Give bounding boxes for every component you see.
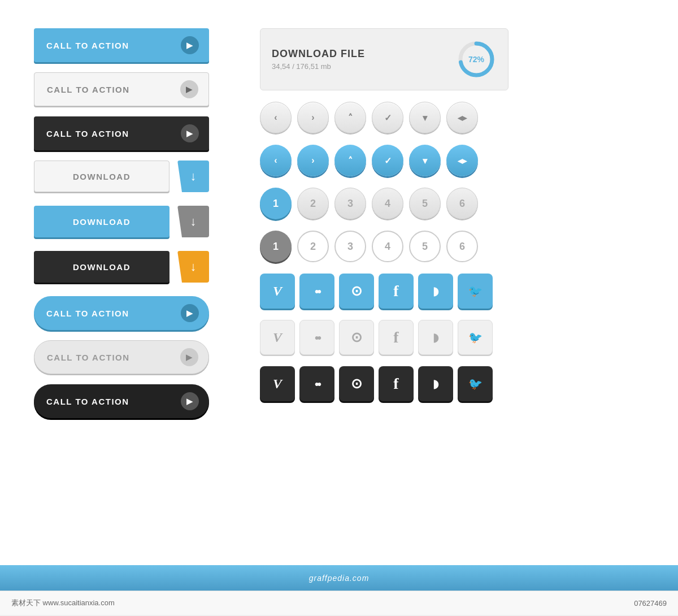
num-3-gray[interactable]: 3 xyxy=(334,188,366,219)
left-column: CALL TO ACTION ▶ CALL TO ACTION ▶ CALL T… xyxy=(34,23,215,543)
dribbble-blue[interactable]: ⊙ xyxy=(339,274,374,309)
play-icon-light: ▶ xyxy=(180,80,198,98)
progress-ring: 72% xyxy=(456,39,497,80)
footer: graffpedia.com xyxy=(0,565,678,591)
chinese-right: 07627469 xyxy=(634,599,667,608)
play-icon-dark: ▶ xyxy=(181,124,199,142)
num-6-outline[interactable]: 6 xyxy=(446,231,478,262)
cta-label-dark: CALL TO ACTION xyxy=(46,129,129,138)
num-6-gray[interactable]: 6 xyxy=(446,188,478,219)
num-2-gray[interactable]: 2 xyxy=(297,188,329,219)
cta-label-light: CALL TO ACTION xyxy=(47,85,130,94)
arrow-left-gray[interactable]: ‹ xyxy=(260,102,292,133)
play-icon-pill-blue: ▶ xyxy=(181,304,199,322)
cta-label-pill-blue: CALL TO ACTION xyxy=(46,309,129,318)
dribbble-light[interactable]: ⊙ xyxy=(339,320,374,355)
chinese-left: 素材天下 www.sucaitianxia.com xyxy=(11,598,115,608)
facebook-light[interactable]: f xyxy=(379,320,414,355)
cta-button-blue[interactable]: CALL TO ACTION ▶ xyxy=(34,28,209,62)
arrow-down-check-blue[interactable]: ✓ xyxy=(372,145,403,176)
num-1-blue[interactable]: 1 xyxy=(260,188,292,219)
download-button-dark[interactable]: DOWNLOAD xyxy=(34,251,169,283)
arrow-row-gray: ‹ › ˄ ✓ ▾ ◂▸ xyxy=(260,102,644,133)
play-icon-pill-dark: ▶ xyxy=(181,392,199,410)
num-4-outline[interactable]: 4 xyxy=(372,231,403,262)
progress-percent: 72% xyxy=(468,55,484,64)
arrow-down-blue[interactable]: ▾ xyxy=(409,145,441,176)
download-widget-text: DOWNLOAD FILE 34,54 / 176,51 mb xyxy=(272,48,365,71)
download-tab-blue: ↓ xyxy=(177,160,209,192)
twitter-light[interactable]: 🐦 xyxy=(458,320,493,355)
play-icon-blue: ▶ xyxy=(181,36,199,54)
cta-label-pill-dark: CALL TO ACTION xyxy=(46,397,129,406)
twitter-blue[interactable]: 🐦 xyxy=(458,274,493,309)
num-5-gray[interactable]: 5 xyxy=(409,188,441,219)
num-2-outline[interactable]: 2 xyxy=(297,231,329,262)
social-row-dark: V ●● ⊙ f ◗ 🐦 xyxy=(260,366,644,401)
arrow-row-blue: ‹ › ˄ ✓ ▾ ◂▸ xyxy=(260,145,644,176)
arrow-down-gray[interactable]: ▾ xyxy=(409,102,441,133)
facebook-dark[interactable]: f xyxy=(379,366,414,401)
download-widget-title: DOWNLOAD FILE xyxy=(272,48,365,60)
rss-dark[interactable]: ◗ xyxy=(418,366,453,401)
download-button-blue[interactable]: DOWNLOAD xyxy=(34,206,169,237)
rss-light[interactable]: ◗ xyxy=(418,320,453,355)
arrow-right-gray[interactable]: › xyxy=(297,102,329,133)
arrow-expand-blue[interactable]: ◂▸ xyxy=(446,145,478,176)
download-button-light[interactable]: DOWNLOAD xyxy=(34,160,169,192)
download-wrap-dark-orange: DOWNLOAD ↓ xyxy=(34,251,209,286)
twitter-dark[interactable]: 🐦 xyxy=(458,366,493,401)
download-wrap-light-blue: DOWNLOAD ↓ xyxy=(34,160,209,196)
vimeo-blue[interactable]: V xyxy=(260,274,295,309)
cta-pill-blue[interactable]: CALL TO ACTION ▶ xyxy=(34,296,209,330)
download-widget-subtitle: 34,54 / 176,51 mb xyxy=(272,62,365,71)
cta-pill-dark[interactable]: CALL TO ACTION ▶ xyxy=(34,384,209,418)
social-row-light: V ●● ⊙ f ◗ 🐦 xyxy=(260,320,644,355)
cta-label-pill-light: CALL TO ACTION xyxy=(47,353,130,362)
num-5-outline[interactable]: 5 xyxy=(409,231,441,262)
number-row-filled: 1 2 3 4 5 6 xyxy=(260,188,644,219)
flickr-dark[interactable]: ●● xyxy=(299,366,334,401)
arrow-up-blue[interactable]: ˄ xyxy=(334,145,366,176)
social-row-blue: V ●● ⊙ f ◗ 🐦 xyxy=(260,274,644,309)
flickr-light[interactable]: ●● xyxy=(299,320,334,355)
rss-blue[interactable]: ◗ xyxy=(418,274,453,309)
cta-pill-light[interactable]: CALL TO ACTION ▶ xyxy=(34,340,209,374)
right-column: DOWNLOAD FILE 34,54 / 176,51 mb 72% ‹ › … xyxy=(260,23,644,543)
download-label-1: DOWNLOAD xyxy=(73,172,131,181)
download-tab-gray: ↓ xyxy=(177,206,209,237)
cta-button-dark[interactable]: CALL TO ACTION ▶ xyxy=(34,116,209,150)
dribbble-dark[interactable]: ⊙ xyxy=(339,366,374,401)
download-tab-orange: ↓ xyxy=(177,251,209,283)
flickr-blue[interactable]: ●● xyxy=(299,274,334,309)
download-label-3: DOWNLOAD xyxy=(73,262,131,272)
num-3-outline[interactable]: 3 xyxy=(334,231,366,262)
play-icon-pill-light: ▶ xyxy=(180,348,198,366)
arrow-expand-gray[interactable]: ◂▸ xyxy=(446,102,478,133)
arrow-left-blue[interactable]: ‹ xyxy=(260,145,292,176)
number-row-outline: 1 2 3 4 5 6 xyxy=(260,231,644,262)
arrow-right-blue[interactable]: › xyxy=(297,145,329,176)
num-4-gray[interactable]: 4 xyxy=(372,188,403,219)
vimeo-dark[interactable]: V xyxy=(260,366,295,401)
download-label-2: DOWNLOAD xyxy=(73,217,131,227)
arrow-down-check-gray[interactable]: ✓ xyxy=(372,102,403,133)
cta-label-blue: CALL TO ACTION xyxy=(46,41,129,50)
chinese-area: 素材天下 www.sucaitianxia.com 07627469 xyxy=(0,591,678,615)
footer-text: graffpedia.com xyxy=(309,574,370,583)
arrow-up-gray[interactable]: ˄ xyxy=(334,102,366,133)
download-wrap-blue-gray: DOWNLOAD ↓ xyxy=(34,206,209,241)
num-1-dark[interactable]: 1 xyxy=(260,231,292,262)
vimeo-light[interactable]: V xyxy=(260,320,295,355)
download-widget: DOWNLOAD FILE 34,54 / 176,51 mb 72% xyxy=(260,28,508,90)
cta-button-light[interactable]: CALL TO ACTION ▶ xyxy=(34,72,209,106)
facebook-blue[interactable]: f xyxy=(379,274,414,309)
